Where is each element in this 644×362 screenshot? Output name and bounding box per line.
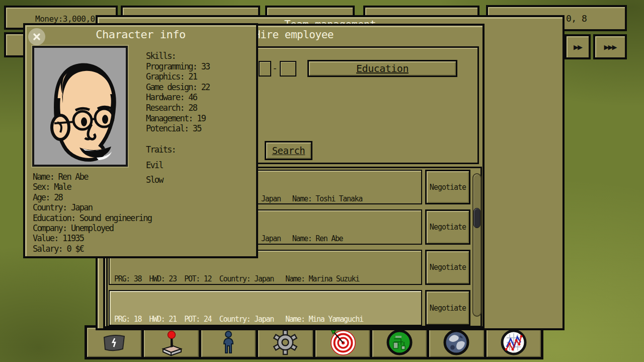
toolbar-marketing-button[interactable] — [87, 328, 141, 357]
speed-2x-button[interactable]: ▶▶ — [565, 34, 591, 59]
skills-header: Skills: — [146, 51, 210, 61]
detail-line: Age: 28 — [33, 192, 151, 202]
person-icon — [215, 329, 242, 356]
close-character-info-button[interactable] — [28, 28, 45, 45]
skill-line: Research: 28 — [146, 103, 210, 113]
negotiate-label: Negotiate — [430, 183, 466, 192]
circuit-board-icon — [386, 329, 413, 356]
date-label: 0, 8 — [566, 13, 587, 24]
globe-icon — [443, 329, 470, 356]
traits-header: Traits: — [146, 144, 176, 155]
range-max-input[interactable] — [280, 61, 296, 77]
character-info-title: Character info — [25, 25, 256, 40]
x-close-icon — [33, 33, 41, 41]
candidate-line-1: Japan Name: Toshi Tanaka — [261, 194, 421, 204]
portrait-face-illustration — [34, 48, 126, 165]
joystick-icon — [158, 329, 185, 356]
marketing-flag-icon — [101, 329, 128, 356]
detail-line: Salary: 0 $€ — [33, 244, 151, 254]
game-screen: Money:3,000,0 0, 8 ▶▶ ▶▶▶ — [0, 0, 644, 362]
toolbar-goals-button[interactable] — [315, 328, 370, 357]
skill-line: Graphics: 21 — [146, 71, 210, 82]
negotiate-button[interactable]: Negotiate — [425, 290, 470, 326]
negotiate-label: Negotiate — [430, 304, 466, 313]
skill-line: Potencial: 35 — [146, 123, 210, 134]
fast-forward-icon: ▶▶ — [574, 43, 582, 51]
character-details-block: Name: Ren Abe Sex: Male Age: 28 Country:… — [33, 172, 151, 254]
search-button[interactable]: Search — [265, 141, 312, 160]
negotiate-label: Negotiate — [430, 223, 466, 232]
negotiate-button[interactable]: Negotiate — [425, 250, 470, 285]
skill-line: Programming: 33 — [146, 61, 210, 72]
detail-line: Education: Sound engineering — [33, 213, 151, 223]
skill-line: Management: 19 — [146, 113, 210, 124]
candidate-list-scrollbar[interactable] — [472, 173, 481, 317]
candidate-line-1: PRG: 38 HWD: 23 POT: 12 Country: Japan N… — [114, 274, 421, 284]
toolbar-hardware-button[interactable] — [372, 328, 427, 357]
negotiate-button[interactable]: Negotiate — [425, 170, 470, 204]
fastest-forward-icon: ▶▶▶ — [604, 43, 616, 51]
character-skills-block: Skills: Programming: 33 Graphics: 21 Gam… — [146, 51, 210, 134]
education-filter-button[interactable]: Education — [307, 60, 457, 77]
target-icon — [329, 329, 356, 356]
character-portrait — [32, 46, 128, 167]
detail-line: Value: 11935 — [33, 233, 151, 243]
search-button-label: Search — [272, 145, 305, 156]
detail-line: Country: Japan — [33, 202, 151, 212]
skill-line: Hardware: 46 — [146, 92, 210, 103]
toolbar-world-button[interactable] — [429, 328, 484, 357]
detail-line: Company: Unemployed — [33, 223, 151, 233]
detail-line: Name: Ren Abe — [33, 172, 151, 182]
scrollbar-thumb[interactable] — [473, 208, 480, 228]
range-separator: - — [272, 62, 278, 73]
negotiate-button[interactable]: Negotiate — [425, 209, 470, 245]
skill-line: Game design: 22 — [146, 82, 210, 93]
toolbar-stats-button[interactable] — [487, 328, 541, 357]
candidate-row-selected[interactable]: PRG: 18 HWD: 21 POT: 24 Country: Japan N… — [109, 290, 422, 326]
main-toolbar — [85, 325, 543, 359]
candidate-line-1: Japan Name: Ren Abe — [261, 234, 421, 244]
stats-chart-icon — [500, 329, 527, 356]
candidate-line-1: PRG: 18 HWD: 21 POT: 24 Country: Japan N… — [114, 314, 421, 325]
education-filter-label: Education — [356, 62, 409, 75]
negotiate-label: Negotiate — [430, 263, 466, 272]
toolbar-staff-button[interactable] — [201, 328, 256, 357]
trait-item: Evil — [146, 160, 163, 170]
speed-3x-button[interactable]: ▶▶▶ — [593, 34, 627, 59]
toolbar-games-button[interactable] — [144, 328, 198, 357]
detail-line: Sex: Male — [33, 182, 151, 192]
money-label: Money:3,000,0 — [35, 14, 95, 24]
toolbar-production-button[interactable] — [258, 328, 312, 357]
gear-icon — [272, 329, 299, 356]
range-min-input[interactable] — [259, 61, 271, 77]
